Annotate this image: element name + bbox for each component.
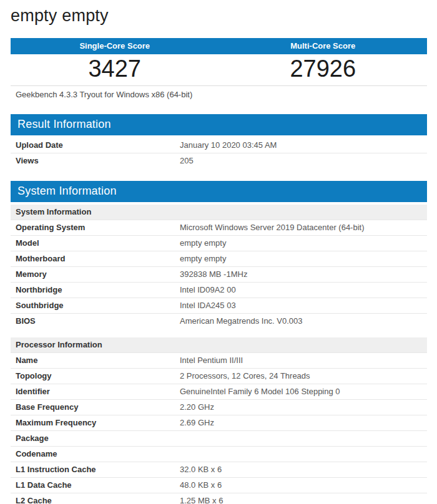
table-row: Topology2 Processors, 12 Cores, 24 Threa… bbox=[11, 368, 427, 384]
row-value: empty empty bbox=[175, 235, 427, 251]
row-value: GenuineIntel Family 6 Model 106 Stepping… bbox=[175, 384, 427, 399]
table-row: NorthbridgeIntel ID09A2 00 bbox=[11, 282, 427, 298]
table-row: Views205 bbox=[11, 153, 427, 168]
row-label: Operating System bbox=[11, 220, 175, 235]
row-value: January 10 2020 03:45 AM bbox=[175, 138, 427, 153]
row-value bbox=[175, 430, 427, 446]
table-row: BIOSAmerican Megatrends Inc. V0.003 bbox=[11, 313, 427, 329]
row-label: Northbridge bbox=[11, 282, 175, 298]
row-label: Southbridge bbox=[11, 298, 175, 313]
row-value: 392838 MB -1MHz bbox=[175, 266, 427, 282]
row-label: Base Frequency bbox=[11, 399, 175, 415]
table-row: Codename bbox=[11, 446, 427, 462]
row-label: L2 Cache bbox=[11, 493, 175, 504]
group-heading-row: System Information bbox=[11, 205, 427, 220]
table-row: Modelempty empty bbox=[11, 235, 427, 251]
benchmark-version-caption: Geekbench 4.3.3 Tryout for Windows x86 (… bbox=[11, 86, 427, 99]
result-information-section: Result Information Upload DateJanuary 10… bbox=[11, 114, 427, 168]
single-core-score-value: 3427 bbox=[11, 54, 219, 85]
group-heading-row: Processor Information bbox=[11, 337, 427, 353]
info-group: Processor InformationNameIntel Pentium I… bbox=[11, 337, 427, 504]
row-value: 1.25 MB x 6 bbox=[175, 493, 427, 504]
row-value: 48.0 KB x 6 bbox=[175, 477, 427, 493]
table-row: IdentifierGenuineIntel Family 6 Model 10… bbox=[11, 384, 427, 399]
group-heading: System Information bbox=[11, 205, 427, 220]
score-banner: Single-Core Score Multi-Core Score 3427 … bbox=[11, 38, 427, 86]
table-row: Memory392838 MB -1MHz bbox=[11, 266, 427, 282]
row-label: Maximum Frequency bbox=[11, 415, 175, 430]
row-value: 2.20 GHz bbox=[175, 399, 427, 415]
row-label: Model bbox=[11, 235, 175, 251]
info-group: System InformationOperating SystemMicros… bbox=[11, 205, 427, 329]
row-value: Intel ID09A2 00 bbox=[175, 282, 427, 298]
table-row: L1 Instruction Cache32.0 KB x 6 bbox=[11, 462, 427, 477]
table-row: Motherboardempty empty bbox=[11, 251, 427, 266]
row-value: 2.69 GHz bbox=[175, 415, 427, 430]
row-label: Package bbox=[11, 430, 175, 446]
table-row: Upload DateJanuary 10 2020 03:45 AM bbox=[11, 138, 427, 153]
info-group-table: System InformationOperating SystemMicros… bbox=[11, 205, 427, 329]
multi-core-score-value: 27926 bbox=[219, 54, 428, 85]
row-label: Upload Date bbox=[11, 138, 175, 153]
row-value: 2 Processors, 12 Cores, 24 Threads bbox=[175, 368, 427, 384]
system-information-groups: System InformationOperating SystemMicros… bbox=[11, 205, 427, 504]
score-value-row: 3427 27926 bbox=[11, 54, 427, 85]
result-page: empty empty Single-Core Score Multi-Core… bbox=[11, 0, 427, 504]
row-label: L1 Instruction Cache bbox=[11, 462, 175, 477]
table-row: NameIntel Pentium II/III bbox=[11, 352, 427, 368]
row-label: Name bbox=[11, 352, 175, 368]
row-label: Codename bbox=[11, 446, 175, 462]
table-row: Package bbox=[11, 430, 427, 446]
score-header-row: Single-Core Score Multi-Core Score bbox=[11, 38, 427, 54]
system-information-title: System Information bbox=[11, 181, 427, 202]
row-label: Views bbox=[11, 153, 175, 168]
table-row: L1 Data Cache48.0 KB x 6 bbox=[11, 477, 427, 493]
row-value: American Megatrends Inc. V0.003 bbox=[175, 313, 427, 329]
page-title: empty empty bbox=[11, 6, 427, 26]
system-information-section: System Information System InformationOpe… bbox=[11, 181, 427, 504]
table-row: Maximum Frequency2.69 GHz bbox=[11, 415, 427, 430]
row-label: Topology bbox=[11, 368, 175, 384]
row-label: Motherboard bbox=[11, 251, 175, 266]
row-value: Intel IDA245 03 bbox=[175, 298, 427, 313]
result-information-table: Upload DateJanuary 10 2020 03:45 AMViews… bbox=[11, 138, 427, 168]
table-row: Operating SystemMicrosoft Windows Server… bbox=[11, 220, 427, 235]
result-information-title: Result Information bbox=[11, 114, 427, 135]
single-core-score-header: Single-Core Score bbox=[11, 38, 219, 54]
row-value: 32.0 KB x 6 bbox=[175, 462, 427, 477]
table-row: SouthbridgeIntel IDA245 03 bbox=[11, 298, 427, 313]
row-label: L1 Data Cache bbox=[11, 477, 175, 493]
group-heading: Processor Information bbox=[11, 337, 427, 353]
table-row: L2 Cache1.25 MB x 6 bbox=[11, 493, 427, 504]
row-value: Microsoft Windows Server 2019 Datacenter… bbox=[175, 220, 427, 235]
row-label: Identifier bbox=[11, 384, 175, 399]
row-value: 205 bbox=[175, 153, 427, 168]
table-row: Base Frequency2.20 GHz bbox=[11, 399, 427, 415]
row-value: empty empty bbox=[175, 251, 427, 266]
row-label: BIOS bbox=[11, 313, 175, 329]
row-value bbox=[175, 446, 427, 462]
multi-core-score-header: Multi-Core Score bbox=[219, 38, 428, 54]
row-label: Memory bbox=[11, 266, 175, 282]
info-group-table: Processor InformationNameIntel Pentium I… bbox=[11, 337, 427, 504]
row-value: Intel Pentium II/III bbox=[175, 352, 427, 368]
